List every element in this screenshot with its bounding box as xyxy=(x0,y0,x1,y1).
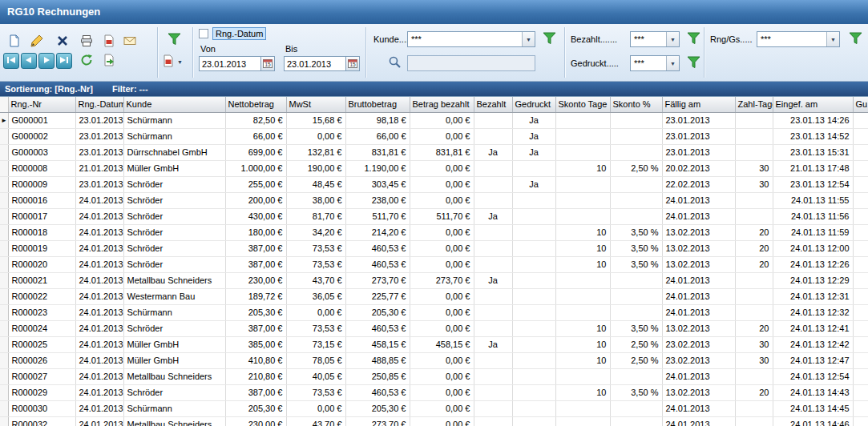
cell-zahl_tage[interactable]: 20 xyxy=(735,256,773,272)
cell-mwst[interactable]: 81,70 € xyxy=(286,208,345,224)
table-row[interactable]: R00001924.01.2013Schröder387,00 €73,53 €… xyxy=(0,240,868,256)
cell-bezahlt[interactable]: Ja xyxy=(474,272,512,288)
cell-bezahlt[interactable]: Ja xyxy=(474,336,512,352)
cell-betrag_bezahlt[interactable]: 0,00 € xyxy=(410,400,474,416)
column-header-faellig_am[interactable]: Fällig am xyxy=(662,97,735,112)
cell-skonto_pct[interactable]: 3,50 % xyxy=(610,320,662,336)
cell-zahl_tage[interactable] xyxy=(735,192,773,208)
cell-bruttobetrag[interactable]: 273,70 € xyxy=(345,416,410,426)
cell-mwst[interactable]: 190,00 € xyxy=(286,160,345,176)
cell-rng_nr[interactable]: R000032 xyxy=(8,416,75,426)
table-row[interactable]: R00002924.01.2013Schröder387,00 €73,53 €… xyxy=(0,384,868,400)
next-record-button[interactable] xyxy=(38,53,55,69)
table-row[interactable]: R00003024.01.2013Schürmann205,30 €0,00 €… xyxy=(0,400,868,416)
new-invoice-button[interactable] xyxy=(5,32,24,51)
cell-bruttobetrag[interactable]: 250,85 € xyxy=(345,368,410,384)
cell-faellig_am[interactable]: 23.02.2013 xyxy=(662,352,735,368)
cell-bruttobetrag[interactable]: 460,53 € xyxy=(345,256,410,272)
cell-eingef_am[interactable]: 24.01.13 12:42 xyxy=(773,336,853,352)
rng-datum-checkbox[interactable] xyxy=(199,29,208,38)
bis-calendar-button[interactable]: 15 xyxy=(346,56,360,71)
table-row[interactable]: R00002224.01.2013Westermann Bau189,72 €3… xyxy=(0,288,868,304)
cell-rng_datum[interactable]: 23.01.2013 xyxy=(75,112,123,128)
table-row[interactable]: G00000223.01.2013Schürmann66,00 €0,00 €6… xyxy=(0,128,868,144)
cell-skonto_tage[interactable] xyxy=(555,144,610,160)
cell-rng_datum[interactable]: 23.01.2013 xyxy=(75,176,123,192)
cell-skonto_tage[interactable] xyxy=(555,288,610,304)
cell-gedruckt[interactable] xyxy=(512,224,555,240)
cell-gu[interactable] xyxy=(853,272,868,288)
cell-betrag_bezahlt[interactable]: 0,00 € xyxy=(410,176,474,192)
cell-faellig_am[interactable]: 13.02.2013 xyxy=(662,256,735,272)
table-row[interactable]: R00000821.01.2013Müller GmbH1.000,00 €19… xyxy=(0,160,868,176)
table-row[interactable]: R00002624.01.2013Müller GmbH410,80 €78,0… xyxy=(0,352,868,368)
cell-skonto_pct[interactable] xyxy=(610,368,662,384)
cell-betrag_bezahlt[interactable]: 0,00 € xyxy=(410,416,474,426)
column-header-skonto_tage[interactable]: Skonto Tage xyxy=(555,97,610,112)
cell-gedruckt[interactable]: Ja xyxy=(512,112,555,128)
cell-gu[interactable] xyxy=(853,240,868,256)
bezahlt-combobox[interactable]: *** ▼ xyxy=(630,31,680,47)
cell-betrag_bezahlt[interactable]: 0,00 € xyxy=(410,256,474,272)
cell-bruttobetrag[interactable]: 98,18 € xyxy=(345,112,410,128)
cell-zahl_tage[interactable] xyxy=(735,208,773,224)
column-header-rng_datum[interactable]: Rng.-Datum xyxy=(75,97,123,112)
column-header-zahl_tage[interactable]: Zahl-Tage xyxy=(735,97,773,112)
cell-bezahlt[interactable] xyxy=(474,112,512,128)
edit-invoice-button[interactable] xyxy=(27,32,46,51)
cell-mwst[interactable]: 34,20 € xyxy=(286,224,345,240)
cell-nettobetrag[interactable]: 66,00 € xyxy=(225,128,286,144)
cell-rng_datum[interactable]: 23.01.2013 xyxy=(75,144,123,160)
cell-nettobetrag[interactable]: 210,80 € xyxy=(225,368,286,384)
cell-faellig_am[interactable]: 24.01.2013 xyxy=(662,400,735,416)
cell-rng_nr[interactable]: R000030 xyxy=(8,400,75,416)
cell-rng_datum[interactable]: 24.01.2013 xyxy=(75,416,123,426)
cell-nettobetrag[interactable]: 699,00 € xyxy=(225,144,286,160)
cell-mwst[interactable]: 0,00 € xyxy=(286,128,345,144)
cell-faellig_am[interactable]: 13.02.2013 xyxy=(662,240,735,256)
cell-skonto_tage[interactable]: 10 xyxy=(555,336,610,352)
cell-faellig_am[interactable]: 23.01.2013 xyxy=(662,144,735,160)
cell-gu[interactable] xyxy=(853,320,868,336)
cell-skonto_tage[interactable]: 10 xyxy=(555,160,610,176)
cell-skonto_tage[interactable] xyxy=(555,272,610,288)
cell-rng_datum[interactable]: 24.01.2013 xyxy=(75,240,123,256)
cell-gedruckt[interactable] xyxy=(512,304,555,320)
column-header-betrag_bezahlt[interactable]: Betrag bezahlt xyxy=(410,97,474,112)
cell-kunde[interactable]: Schröder xyxy=(123,208,225,224)
table-row[interactable]: ►G00000123.01.2013Schürmann82,50 €15,68 … xyxy=(0,112,868,128)
cell-rng_datum[interactable]: 24.01.2013 xyxy=(75,336,123,352)
cell-skonto_tage[interactable] xyxy=(555,416,610,426)
cell-skonto_pct[interactable] xyxy=(610,192,662,208)
cell-faellig_am[interactable]: 20.02.2013 xyxy=(662,160,735,176)
cell-faellig_am[interactable]: 13.02.2013 xyxy=(662,320,735,336)
cell-skonto_tage[interactable] xyxy=(555,400,610,416)
cell-rng_nr[interactable]: R000018 xyxy=(8,224,75,240)
cell-skonto_pct[interactable] xyxy=(610,272,662,288)
cell-zahl_tage[interactable] xyxy=(735,128,773,144)
table-row[interactable]: R00002324.01.2013Schürmann205,30 €0,00 €… xyxy=(0,304,868,320)
cell-skonto_pct[interactable] xyxy=(610,304,662,320)
cell-rng_datum[interactable]: 24.01.2013 xyxy=(75,224,123,240)
cell-rng_nr[interactable]: G000001 xyxy=(8,112,75,128)
cell-zahl_tage[interactable]: 20 xyxy=(735,224,773,240)
column-header-nettobetrag[interactable]: Nettobetrag xyxy=(225,97,286,112)
cell-rng_datum[interactable]: 24.01.2013 xyxy=(75,288,123,304)
cell-bruttobetrag[interactable]: 66,00 € xyxy=(345,128,410,144)
table-row[interactable]: R00002724.01.2013Metallbau Schneiders210… xyxy=(0,368,868,384)
cell-betrag_bezahlt[interactable]: 458,15 € xyxy=(410,336,474,352)
kunde-search-input[interactable] xyxy=(407,55,535,71)
cell-gu[interactable] xyxy=(853,192,868,208)
cell-eingef_am[interactable]: 24.01.13 11:55 xyxy=(773,192,853,208)
cell-nettobetrag[interactable]: 387,00 € xyxy=(225,240,286,256)
cell-betrag_bezahlt[interactable]: 0,00 € xyxy=(410,320,474,336)
cell-rng_nr[interactable]: R000021 xyxy=(8,272,75,288)
cell-nettobetrag[interactable]: 230,00 € xyxy=(225,272,286,288)
cell-eingef_am[interactable]: 23.01.13 15:31 xyxy=(773,144,853,160)
last-record-button[interactable] xyxy=(56,53,72,69)
cell-gu[interactable] xyxy=(853,256,868,272)
cell-bezahlt[interactable] xyxy=(474,416,512,426)
rng-datum-checkbox-label[interactable]: Rng.-Datum xyxy=(212,27,266,40)
cell-rng_nr[interactable]: R000024 xyxy=(8,320,75,336)
cell-rng_nr[interactable]: R000026 xyxy=(8,352,75,368)
